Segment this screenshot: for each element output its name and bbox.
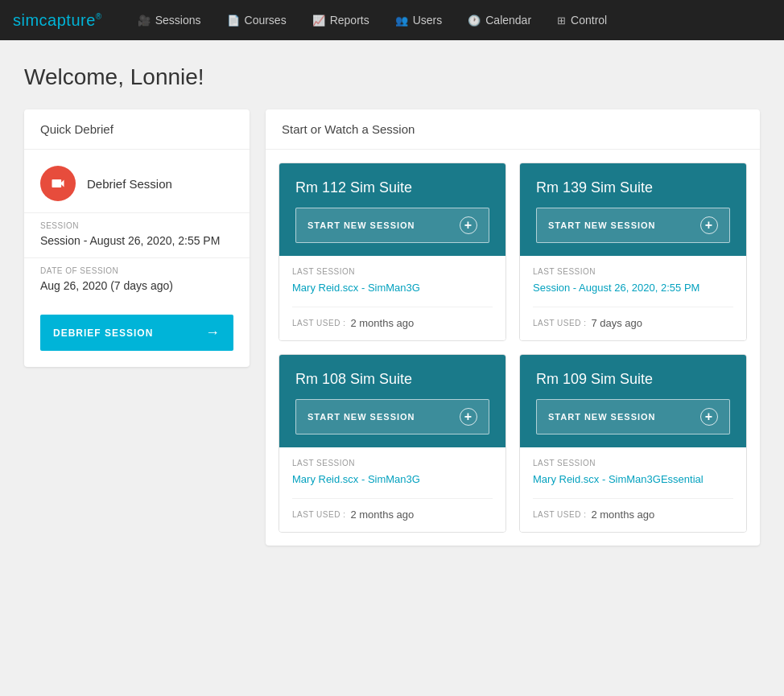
nav-sessions-label: Sessions (155, 14, 201, 27)
users-icon: 👥 (395, 14, 408, 27)
clock-icon: 🕐 (468, 14, 481, 27)
last-used-value-rm108: 2 months ago (350, 509, 414, 521)
date-value: Aug 26, 2020 (7 days ago) (40, 278, 233, 294)
debrief-session-field: SESSION Session - August 26, 2020, 2:55 … (24, 212, 250, 257)
quick-debrief-header: Quick Debrief (24, 109, 250, 150)
debrief-btn-label: DEBRIEF SESSION (53, 327, 153, 339)
last-used-value-rm139: 7 days ago (591, 317, 642, 329)
sessions-panel-header: Start or Watch a Session (266, 109, 760, 150)
room-header-rm112: Rm 112 Sim Suite START NEW SESSION + (279, 163, 505, 256)
start-session-btn-rm108[interactable]: START NEW SESSION + (295, 399, 489, 434)
date-label: DATE OF SESSION (40, 266, 233, 275)
dashboard: Quick Debrief Debrief Session SESSION Se… (24, 109, 760, 546)
room-details-rm112: LAST SESSION Mary Reid.scx - SimMan3G LA… (279, 256, 505, 340)
nav-items: 🎥 Sessions 📄 Courses 📈 Reports 👥 Users 🕐… (126, 9, 619, 31)
last-session-label-rm109: LAST SESSION (533, 459, 733, 467)
last-used-label-rm139: LAST USED : (533, 319, 586, 327)
last-used-row-rm109: LAST USED : 2 months ago (533, 498, 733, 521)
last-used-value-rm109: 2 months ago (591, 509, 654, 521)
last-used-label-rm108: LAST USED : (292, 510, 345, 519)
nav-control[interactable]: ⊞ Control (546, 9, 618, 31)
room-name-rm112: Rm 112 Sim Suite (295, 179, 489, 196)
camera-svg (50, 175, 66, 192)
nav-control-label: Control (571, 14, 607, 27)
main-content: Welcome, Lonnie! Quick Debrief Debrief S… (0, 40, 784, 570)
last-used-label-rm112: LAST USED : (292, 319, 345, 327)
sessions-panel: Start or Watch a Session Rm 112 Sim Suit… (266, 109, 760, 546)
start-session-btn-rm112[interactable]: START NEW SESSION + (295, 208, 489, 243)
last-used-value-rm112: 2 months ago (350, 317, 414, 329)
brand-logo[interactable]: simcapture® (13, 11, 102, 30)
page-title: Welcome, Lonnie! (24, 64, 760, 90)
last-used-row-rm108: LAST USED : 2 months ago (292, 498, 493, 521)
plus-circle-rm112: + (460, 216, 477, 234)
room-header-rm108: Rm 108 Sim Suite START NEW SESSION + (279, 355, 505, 447)
last-used-label-rm109: LAST USED : (533, 510, 586, 519)
room-name-rm108: Rm 108 Sim Suite (295, 371, 489, 388)
last-session-label-rm108: LAST SESSION (292, 459, 493, 467)
last-used-row-rm139: LAST USED : 7 days ago (533, 307, 733, 329)
room-details-rm108: LAST SESSION Mary Reid.scx - SimMan3G LA… (279, 447, 505, 532)
quick-debrief-panel: Quick Debrief Debrief Session SESSION Se… (24, 109, 250, 367)
nav-courses[interactable]: 📄 Courses (216, 9, 298, 31)
nav-courses-label: Courses (245, 14, 287, 27)
last-session-link-rm139[interactable]: Session - August 26, 2020, 2:55 PM (533, 281, 733, 295)
debrief-date-field: DATE OF SESSION Aug 26, 2020 (7 days ago… (24, 257, 250, 303)
plus-circle-rm139: + (700, 216, 718, 234)
nav-reports-label: Reports (330, 14, 369, 27)
room-card-rm108: Rm 108 Sim Suite START NEW SESSION + LAS… (279, 354, 506, 533)
session-value: Session - August 26, 2020, 2:55 PM (40, 233, 233, 249)
room-header-rm109: Rm 109 Sim Suite START NEW SESSION + (520, 355, 746, 447)
room-name-rm109: Rm 109 Sim Suite (536, 371, 730, 388)
room-card-rm112: Rm 112 Sim Suite START NEW SESSION + LAS… (279, 163, 506, 341)
chart-icon: 📈 (312, 14, 325, 27)
session-label: SESSION (40, 221, 233, 230)
nav-users[interactable]: 👥 Users (384, 9, 454, 31)
debrief-icon-row: Debrief Session (24, 150, 250, 212)
start-btn-label-rm109: START NEW SESSION (548, 412, 656, 422)
start-btn-label-rm108: START NEW SESSION (307, 412, 415, 422)
start-btn-label-rm139: START NEW SESSION (548, 220, 656, 230)
document-icon: 📄 (227, 14, 240, 27)
last-session-label-rm112: LAST SESSION (292, 267, 493, 276)
brand-capture: capture (39, 11, 96, 29)
last-session-link-rm109[interactable]: Mary Reid.scx - SimMan3GEssential (533, 472, 733, 487)
room-details-rm109: LAST SESSION Mary Reid.scx - SimMan3GEss… (520, 447, 746, 532)
room-name-rm139: Rm 139 Sim Suite (536, 179, 730, 196)
brand-sim: sim (13, 11, 39, 29)
main-nav: simcapture® 🎥 Sessions 📄 Courses 📈 Repor… (0, 0, 784, 40)
debrief-video-icon (40, 166, 76, 201)
debrief-session-title: Debrief Session (87, 177, 172, 191)
nav-users-label: Users (413, 14, 443, 27)
start-btn-label-rm112: START NEW SESSION (307, 220, 415, 230)
plus-circle-rm109: + (700, 408, 718, 426)
rooms-grid: Rm 112 Sim Suite START NEW SESSION + LAS… (266, 150, 760, 546)
room-card-rm109: Rm 109 Sim Suite START NEW SESSION + LAS… (519, 354, 747, 533)
start-session-btn-rm109[interactable]: START NEW SESSION + (536, 399, 730, 434)
nav-calendar-label: Calendar (485, 14, 531, 27)
video-icon: 🎥 (138, 14, 151, 27)
room-details-rm139: LAST SESSION Session - August 26, 2020, … (520, 256, 746, 340)
brand-sup: ® (96, 12, 102, 21)
start-session-btn-rm139[interactable]: START NEW SESSION + (536, 208, 730, 243)
plus-circle-rm108: + (460, 408, 477, 426)
nav-calendar[interactable]: 🕐 Calendar (456, 9, 543, 31)
nav-sessions[interactable]: 🎥 Sessions (126, 9, 213, 31)
room-card-rm139: Rm 139 Sim Suite START NEW SESSION + LAS… (519, 163, 747, 341)
grid-icon: ⊞ (557, 14, 566, 27)
last-used-row-rm112: LAST USED : 2 months ago (292, 307, 493, 329)
nav-reports[interactable]: 📈 Reports (301, 9, 381, 31)
last-session-label-rm139: LAST SESSION (533, 267, 733, 276)
arrow-icon: → (205, 324, 221, 341)
debrief-session-button[interactable]: DEBRIEF SESSION → (40, 315, 233, 351)
last-session-link-rm108[interactable]: Mary Reid.scx - SimMan3G (292, 472, 493, 487)
last-session-link-rm112[interactable]: Mary Reid.scx - SimMan3G (292, 281, 493, 295)
room-header-rm139: Rm 139 Sim Suite START NEW SESSION + (520, 163, 746, 256)
